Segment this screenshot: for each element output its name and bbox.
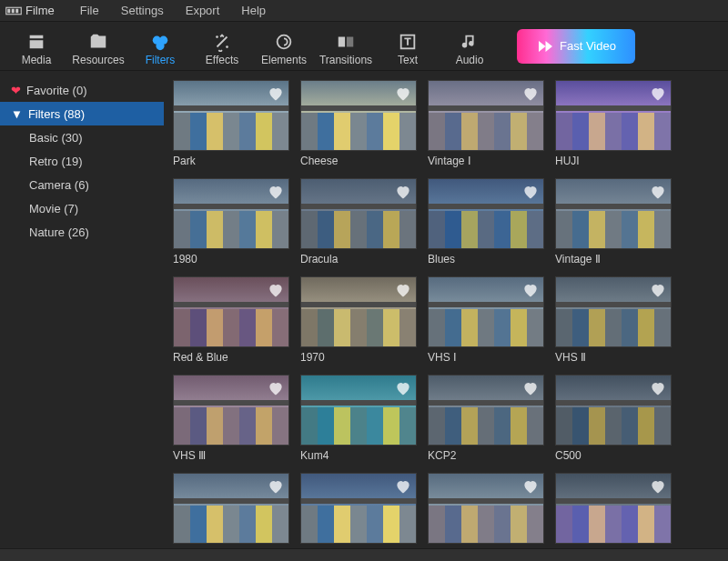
filter-thumb[interactable]	[173, 375, 289, 446]
app-logo: Filme	[5, 4, 55, 17]
caret-down-icon: ▼	[11, 107, 23, 121]
filter-label: Red & Blue	[173, 347, 289, 364]
filter-thumb[interactable]	[173, 473, 289, 544]
filter-thumb[interactable]	[555, 80, 672, 151]
favorite-heart-icon[interactable]	[267, 477, 285, 496]
filter-card-vhs2: VHS Ⅱ	[555, 276, 672, 369]
filter-card-vintage2: Vintage Ⅱ	[555, 178, 672, 271]
menu-file[interactable]: File	[69, 2, 110, 19]
tab-transitions[interactable]: Transitions	[315, 21, 377, 70]
svg-rect-11	[347, 37, 353, 47]
filter-card-c500: C500	[555, 375, 672, 467]
resources-icon	[88, 32, 108, 52]
audio-icon	[460, 32, 480, 52]
filter-thumb[interactable]	[555, 178, 672, 249]
favorite-heart-icon[interactable]	[394, 379, 412, 397]
filter-label: Vintage Ⅰ	[428, 151, 544, 167]
favorite-heart-icon[interactable]	[521, 281, 540, 299]
filter-thumb[interactable]	[555, 276, 672, 347]
favorite-heart-icon[interactable]	[267, 85, 285, 103]
favorite-heart-icon[interactable]	[521, 379, 540, 397]
filter-thumb[interactable]	[428, 375, 544, 446]
tab-label: Filters	[146, 54, 176, 66]
tab-elements[interactable]: Elements	[253, 21, 315, 70]
tab-label: Media	[22, 54, 52, 66]
sidebar-filters-header[interactable]: ▼ Filters (88)	[0, 102, 164, 125]
filter-thumb[interactable]	[173, 178, 289, 249]
filter-card-redblue: Red & Blue	[173, 276, 289, 369]
favorite-heart-icon[interactable]	[649, 379, 667, 397]
svg-rect-1	[7, 8, 10, 13]
filter-card-cheese: Cheese	[300, 80, 417, 173]
favorite-heart-icon[interactable]	[649, 281, 667, 299]
tab-media[interactable]: Media	[5, 21, 67, 70]
filter-thumb[interactable]	[300, 473, 417, 544]
sidebar-item-basic[interactable]: Basic (30)	[0, 125, 164, 149]
filter-label: VHS Ⅲ	[173, 446, 289, 462]
tab-text[interactable]: Text	[377, 21, 439, 70]
sidebar-item-camera[interactable]: Camera (6)	[0, 173, 164, 196]
sidebar-item-nature[interactable]: Nature (26)	[0, 220, 164, 244]
favorite-heart-icon[interactable]	[649, 477, 667, 496]
filter-thumb[interactable]	[428, 178, 544, 249]
svg-point-8	[226, 45, 228, 48]
favorite-heart-icon[interactable]	[267, 379, 285, 397]
favorite-heart-icon[interactable]	[267, 281, 285, 299]
svg-point-6	[156, 42, 164, 50]
filter-thumb[interactable]	[555, 375, 672, 446]
fast-video-label: Fast Video	[560, 39, 616, 53]
filter-thumb[interactable]	[300, 375, 417, 446]
tab-label: Text	[398, 54, 418, 66]
sidebar-item-retro[interactable]: Retro (19)	[0, 149, 164, 173]
tab-label: Transitions	[319, 54, 372, 66]
filter-label: Park	[173, 151, 289, 167]
filter-label: VHS Ⅰ	[428, 347, 544, 364]
filter-thumb[interactable]	[428, 473, 544, 544]
sidebar-favorite[interactable]: ❤ Favorite (0)	[0, 78, 164, 102]
tab-filters[interactable]: Filters	[129, 21, 191, 70]
filter-thumb[interactable]	[300, 178, 417, 249]
sidebar-item-movie[interactable]: Movie (7)	[0, 196, 164, 220]
filter-thumb[interactable]	[300, 80, 417, 151]
filter-thumb[interactable]	[555, 473, 672, 544]
filter-thumb[interactable]	[428, 80, 544, 151]
favorite-heart-icon[interactable]	[394, 183, 412, 201]
tab-audio[interactable]: Audio	[439, 21, 500, 70]
favorite-heart-icon[interactable]	[521, 183, 540, 201]
fast-video-button[interactable]: Fast Video	[517, 29, 635, 64]
filters-icon	[150, 32, 170, 52]
menu-bar: Filme FileSettingsExportHelp	[0, 0, 728, 22]
filter-card-extra3	[428, 473, 544, 548]
filter-label	[555, 544, 672, 547]
favorite-heart-icon[interactable]	[521, 85, 540, 103]
filter-label: Cheese	[300, 151, 417, 167]
favorite-heart-icon[interactable]	[394, 281, 412, 299]
filter-thumb[interactable]	[173, 276, 289, 347]
favorite-heart-icon[interactable]	[521, 477, 540, 496]
filter-card-vhs3: VHS Ⅲ	[173, 375, 289, 467]
favorite-heart-icon[interactable]	[649, 85, 667, 103]
filter-card-1970: 1970	[300, 276, 417, 369]
filter-thumb[interactable]	[173, 80, 289, 151]
menu-export[interactable]: Export	[175, 2, 231, 19]
favorite-heart-icon[interactable]	[267, 183, 285, 201]
text-icon	[398, 32, 418, 52]
favorite-heart-icon[interactable]	[649, 183, 667, 201]
favorite-heart-icon[interactable]	[394, 85, 412, 103]
filter-label	[428, 544, 544, 547]
tab-label: Audio	[456, 54, 484, 66]
filter-thumb[interactable]	[300, 276, 417, 347]
filter-thumb[interactable]	[428, 276, 544, 347]
menu-settings[interactable]: Settings	[110, 2, 175, 19]
sidebar: ❤ Favorite (0) ▼ Filters (88) Basic (30)…	[0, 71, 164, 548]
favorite-heart-icon[interactable]	[394, 477, 412, 496]
tab-resources[interactable]: Resources	[67, 21, 129, 70]
menu-help[interactable]: Help	[230, 2, 277, 19]
filter-label: Kum4	[300, 446, 417, 462]
svg-rect-3	[15, 8, 18, 13]
svg-point-9	[278, 35, 291, 49]
filter-card-huji: HUJI	[555, 80, 672, 173]
tab-effects[interactable]: Effects	[191, 21, 253, 70]
filter-card-dracula: Dracula	[300, 178, 417, 271]
filter-label	[300, 544, 417, 547]
